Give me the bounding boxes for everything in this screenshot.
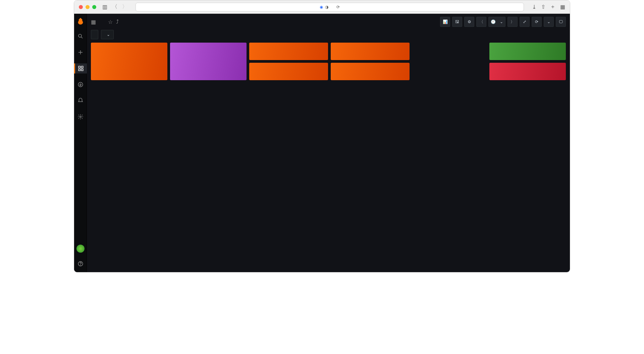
save-icon: 🖫 [455,19,459,24]
dashboard-icon: ▦ [91,19,96,25]
bar-chart-icon: 📊 [443,19,448,24]
privacy-shield-icon: ◑ [325,5,328,9]
time-back-button[interactable]: 〈 [476,17,486,27]
chevron-down-icon: ⌄ [107,32,110,37]
download-icon[interactable]: ⤓ [532,4,536,10]
tv-mode-button[interactable]: 🖵 [556,17,566,27]
add-panel-button[interactable]: 📊 [440,17,450,27]
time-range-picker[interactable]: 🕘 ⌄ [488,17,505,27]
template-variables: ⌄ [87,30,570,43]
grafana-logo-icon[interactable] [76,17,85,25]
share-icon[interactable]: ⇧ [541,4,545,10]
svg-point-5 [78,82,83,87]
dashboard-toolbar: ▦ ☆ ⤴ 📊 🖫 ⚙ 〈 🕘 ⌄ [87,14,570,30]
new-tab-icon[interactable]: ＋ [550,3,555,10]
svg-rect-3 [78,69,80,71]
dashboard-settings-button[interactable]: ⚙ [464,17,474,27]
spacer [412,43,487,60]
zoom-out-button[interactable]: ⤢ [520,17,530,27]
share-dashboard-icon[interactable]: ⤴ [116,19,119,25]
window-controls [79,5,96,9]
create-icon[interactable] [74,47,87,57]
sidebar [74,14,87,272]
configuration-icon[interactable] [74,112,87,122]
back-icon[interactable]: 〈 [112,3,117,10]
browser-window: ▥ 〈 〉 ◉ ◑ ⟳ ⤓ ⇧ ＋ ▦ [74,0,570,272]
stat-range-15[interactable] [331,63,410,80]
user-avatar[interactable] [76,245,85,253]
clock-icon: 🕘 [491,19,496,24]
svg-point-6 [79,116,81,118]
timeseries-legend [91,184,566,186]
forward-icon[interactable]: 〉 [122,3,127,10]
stat-max-year[interactable] [489,63,566,80]
sidebar-icon[interactable]: ▥ [102,4,107,10]
svg-rect-1 [78,66,80,68]
help-icon[interactable] [74,259,87,269]
tracker-shield-icon: ◉ [320,5,323,9]
gear-icon: ⚙ [468,19,471,24]
refresh-interval-picker[interactable]: ⌄ [544,17,554,27]
chevron-down-icon: ⌄ [500,19,503,24]
svg-point-8 [80,265,80,265]
refresh-button[interactable]: ⟳ [532,17,542,27]
close-window-button[interactable] [79,5,83,9]
star-icon[interactable]: ☆ [108,19,113,25]
variable-label [91,30,98,39]
grafana-app: ▦ ☆ ⤴ 📊 🖫 ⚙ 〈 🕘 ⌄ [74,14,570,272]
url-bar[interactable]: ◉ ◑ ⟳ [136,3,524,11]
histogram-chart [91,193,567,250]
svg-rect-4 [82,69,83,71]
stat-grid [87,43,570,80]
minimize-window-button[interactable] [86,5,90,9]
maximize-window-button[interactable] [92,5,96,9]
save-dashboard-button[interactable]: 🖫 [452,17,462,27]
mac-titlebar: ▥ 〈 〉 ◉ ◑ ⟳ ⤓ ⇧ ＋ ▦ [74,0,570,14]
timeseries-panel[interactable] [87,80,570,188]
stat-prev-15[interactable] [91,43,167,80]
dashboards-icon[interactable] [74,63,87,73]
timeseries-chart [91,86,567,183]
stat-max-15[interactable] [249,43,328,60]
browser-nav-icons: ▥ 〈 〉 [102,3,127,10]
svg-point-0 [78,34,82,37]
alerting-icon[interactable] [74,96,87,106]
stat-hour-avg[interactable] [170,43,247,80]
spacer [412,63,487,80]
search-icon[interactable] [74,31,87,41]
variable-dropdown[interactable]: ⌄ [101,30,114,39]
time-forward-button[interactable]: 〉 [507,17,518,27]
reload-icon[interactable]: ⟳ [336,5,340,9]
svg-rect-2 [82,66,83,68]
main: ▦ ☆ ⤴ 📊 🖫 ⚙ 〈 🕘 ⌄ [87,14,570,272]
tab-overview-icon[interactable]: ▦ [560,4,565,10]
stat-min-15[interactable] [331,43,410,60]
explore-icon[interactable] [74,80,87,90]
histogram-panel[interactable] [87,188,570,253]
stat-avg-15[interactable] [249,63,328,80]
stat-max-month[interactable] [489,43,566,60]
